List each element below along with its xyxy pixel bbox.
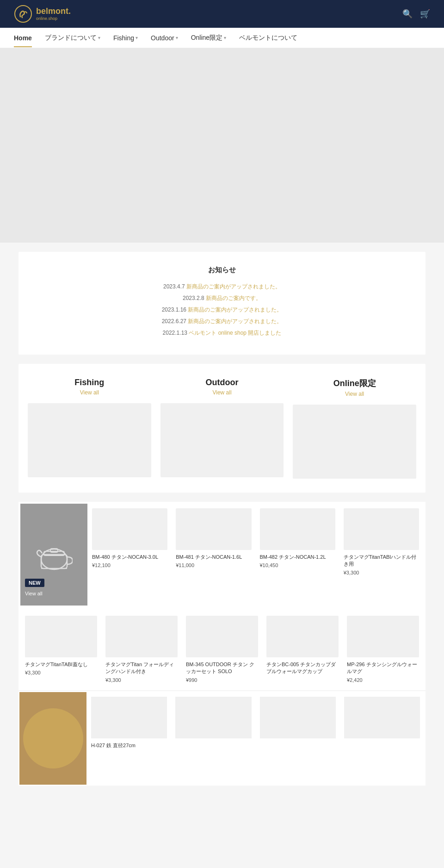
featured-viewall-link[interactable]: View all <box>25 591 43 596</box>
product-card-r2-0[interactable]: チタンマグTitanTABI蓋なし ¥3,300 <box>21 612 101 687</box>
product-image-1 <box>176 508 251 550</box>
news-item-2[interactable]: 2023.1.16 新商品のご案内がアップされました。 <box>37 306 407 314</box>
category-fishing: Fishing View all <box>28 378 151 479</box>
bottom-product-image-2 <box>260 697 336 738</box>
products-section-1: NEW View all BM-480 チタン-NOCAN-3.0L ¥12,1… <box>18 502 426 608</box>
products-row-2: チタンマグTitanTABI蓋なし ¥3,300 チタンマグTitan フォール… <box>20 611 424 687</box>
product-image-r2-2 <box>186 616 258 657</box>
product-image-2 <box>260 508 335 550</box>
product-card-r2-2[interactable]: BM-345 OUTDOOR チタン クッカーセット SOLO ¥990 <box>182 612 262 687</box>
bottom-product-2[interactable] <box>256 693 339 784</box>
chevron-down-icon: ▾ <box>224 35 226 40</box>
bottom-product-image-1 <box>175 697 251 738</box>
chevron-down-icon: ▾ <box>98 35 100 40</box>
logo[interactable]: belmont. online.shop <box>14 5 71 23</box>
nav-item-online[interactable]: Online限定 ▾ <box>191 28 226 48</box>
bottom-products-grid: H-027 鉄 直径27cm <box>86 692 425 785</box>
nav: Home ブランドについて ▾ Fishing ▾ Outdoor ▾ Onli… <box>0 28 444 48</box>
product-name-1: BM-481 チタン-NOCAN-1.6L <box>176 554 251 561</box>
product-price-0: ¥12,100 <box>92 562 167 568</box>
nav-item-about[interactable]: ベルモントについて <box>239 28 297 48</box>
logo-text: belmont. <box>36 6 71 16</box>
product-name-r2-3: チタンBC-005 チタンカップダブルウォールマグカップ <box>266 661 339 675</box>
bottom-product-0[interactable]: H-027 鉄 直径27cm <box>87 693 171 784</box>
product-card-3[interactable]: チタンマグTitanTABIハンドル付き用 ¥3,300 <box>340 505 423 605</box>
online-category-image <box>293 405 416 479</box>
category-online: Online限定 View all <box>293 378 416 479</box>
product-name-r2-0: チタンマグTitanTABI蓋なし <box>25 661 97 668</box>
product-image-r2-0 <box>25 616 97 657</box>
product-image-0 <box>92 508 167 550</box>
product-price-r2-1: ¥3,300 <box>105 677 178 683</box>
search-icon[interactable]: 🔍 <box>402 9 413 19</box>
product-image-r2-3 <box>266 616 339 657</box>
header-icons: 🔍 🛒 <box>402 9 430 19</box>
online-viewall[interactable]: View all <box>293 391 416 397</box>
logo-icon <box>14 5 32 23</box>
nav-item-fishing[interactable]: Fishing ▾ <box>113 29 138 47</box>
svg-point-0 <box>15 6 31 22</box>
bottom-product-image-3 <box>344 697 420 738</box>
bottom-section: H-027 鉄 直径27cm <box>18 691 426 786</box>
chevron-down-icon: ▾ <box>136 35 138 40</box>
kettle-icon <box>36 534 73 575</box>
outdoor-category-image <box>160 403 284 477</box>
fishing-viewall[interactable]: View all <box>28 389 151 396</box>
product-price-3: ¥3,300 <box>344 570 419 575</box>
featured-product[interactable]: NEW View all <box>20 504 87 606</box>
product-name-r2-4: MP-296 チタンシングルウォールマグ <box>347 661 419 675</box>
product-name-2: BM-482 チタン-NOCAN-1.2L <box>260 554 335 561</box>
product-price-r2-2: ¥990 <box>186 677 258 683</box>
product-price-r2-0: ¥3,300 <box>25 670 97 675</box>
header: belmont. online.shop 🔍 🛒 <box>0 0 444 28</box>
nav-item-outdoor[interactable]: Outdoor ▾ <box>151 29 178 47</box>
product-image-r2-4 <box>347 616 419 657</box>
product-name-r2-1: チタンマグTitan フォールディングハンドル付き <box>105 661 178 675</box>
product-card-1[interactable]: BM-481 チタン-NOCAN-1.6L ¥11,000 <box>172 505 255 605</box>
hero-banner <box>0 48 444 243</box>
product-price-1: ¥11,000 <box>176 562 251 568</box>
products-row-1: NEW View all BM-480 チタン-NOCAN-3.0L ¥12,1… <box>20 504 424 606</box>
bottom-product-3[interactable] <box>340 693 424 784</box>
news-section: お知らせ 2023.4.7 新商品のご案内がアップされました。 2023.2.8… <box>18 252 426 355</box>
category-section: Fishing View all Outdoor View all Online… <box>18 364 426 493</box>
news-item-3[interactable]: 2022.6.27 新商品のご案内がアップされました。 <box>37 318 407 325</box>
products-grid-1: BM-480 チタン-NOCAN-3.0L ¥12,100 BM-481 チタン… <box>87 504 424 606</box>
product-card-r2-3[interactable]: チタンBC-005 チタンカップダブルウォールマグカップ <box>263 612 342 687</box>
news-item-0[interactable]: 2023.4.7 新商品のご案内がアップされました。 <box>37 283 407 291</box>
outdoor-viewall[interactable]: View all <box>160 389 284 396</box>
featured-badge: NEW <box>25 579 44 587</box>
product-image-r2-1 <box>105 616 178 657</box>
news-item-1[interactable]: 2023.2.8 新商品のご案内です。 <box>37 294 407 302</box>
product-price-2: ¥10,450 <box>260 562 335 568</box>
product-card-2[interactable]: BM-482 チタン-NOCAN-1.2L ¥10,450 <box>256 505 339 605</box>
product-image-3 <box>344 508 419 550</box>
product-name-0: BM-480 チタン-NOCAN-3.0L <box>92 554 167 561</box>
nav-item-brand[interactable]: ブランドについて ▾ <box>45 28 100 48</box>
product-card-0[interactable]: BM-480 チタン-NOCAN-3.0L ¥12,100 <box>88 505 171 605</box>
bottom-product-1[interactable] <box>172 693 255 784</box>
cart-icon[interactable]: 🛒 <box>420 9 430 19</box>
category-outdoor: Outdoor View all <box>160 378 284 479</box>
fishing-category-image <box>28 403 151 477</box>
bottom-product-image-0 <box>91 697 167 738</box>
product-card-r2-1[interactable]: チタンマグTitan フォールディングハンドル付き ¥3,300 <box>102 612 181 687</box>
product-price-r2-4: ¥2,420 <box>347 677 419 683</box>
product-card-r2-4[interactable]: MP-296 チタンシングルウォールマグ ¥2,420 <box>343 612 423 687</box>
product-name-3: チタンマグTitanTABIハンドル付き用 <box>344 554 419 568</box>
category-grid: Fishing View all Outdoor View all Online… <box>28 378 416 479</box>
news-item-4[interactable]: 2022.1.13 ベルモント online shop 開店しました <box>37 329 407 337</box>
bottom-featured-image <box>19 692 86 785</box>
logo-sub: online.shop <box>36 16 71 21</box>
news-title: お知らせ <box>37 266 407 275</box>
nav-item-home[interactable]: Home <box>14 29 32 47</box>
bottom-product-name-0: H-027 鉄 直径27cm <box>91 742 167 749</box>
product-name-r2-2: BM-345 OUTDOOR チタン クッカーセット SOLO <box>186 661 258 675</box>
chevron-down-icon: ▾ <box>176 35 178 40</box>
products-section-2: チタンマグTitanTABI蓋なし ¥3,300 チタンマグTitan フォール… <box>18 608 426 690</box>
